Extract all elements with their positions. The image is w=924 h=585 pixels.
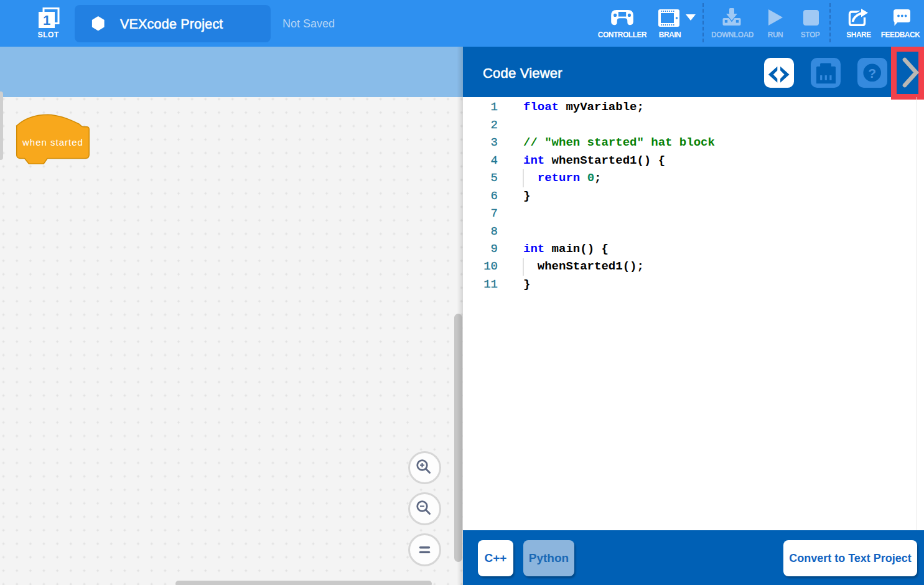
- svg-text:1: 1: [43, 12, 50, 28]
- svg-text:?: ?: [868, 66, 876, 80]
